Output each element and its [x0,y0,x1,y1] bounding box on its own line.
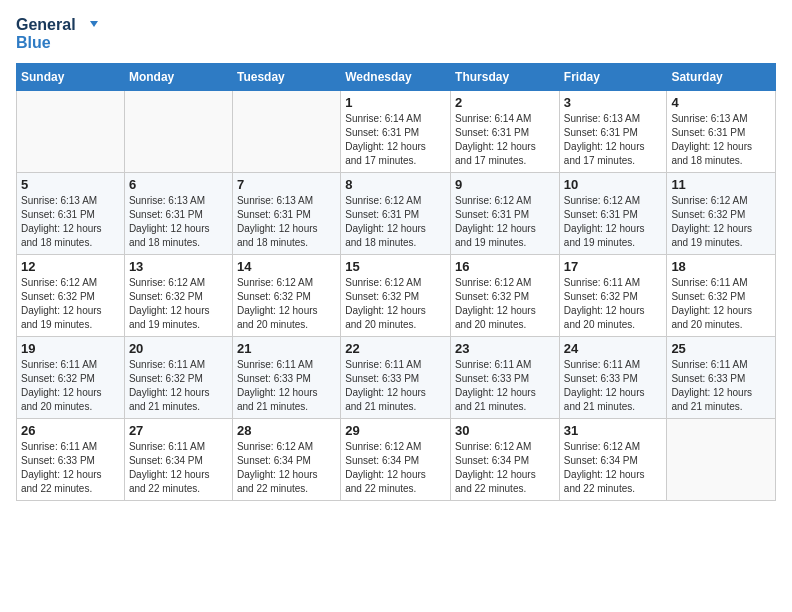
day-info: Sunrise: 6:11 AM Sunset: 6:34 PM Dayligh… [129,440,228,496]
day-number: 16 [455,259,555,274]
day-info: Sunrise: 6:11 AM Sunset: 6:33 PM Dayligh… [564,358,663,414]
day-number: 6 [129,177,228,192]
day-number: 19 [21,341,120,356]
day-info: Sunrise: 6:11 AM Sunset: 6:33 PM Dayligh… [237,358,336,414]
calendar-cell [17,91,125,173]
day-info: Sunrise: 6:11 AM Sunset: 6:32 PM Dayligh… [671,276,771,332]
page-header: General Blue [16,16,776,51]
logo-line1: General [16,16,98,34]
day-info: Sunrise: 6:13 AM Sunset: 6:31 PM Dayligh… [237,194,336,250]
day-number: 20 [129,341,228,356]
calendar-cell: 26Sunrise: 6:11 AM Sunset: 6:33 PM Dayli… [17,419,125,501]
calendar-cell: 15Sunrise: 6:12 AM Sunset: 6:32 PM Dayli… [341,255,451,337]
day-info: Sunrise: 6:13 AM Sunset: 6:31 PM Dayligh… [21,194,120,250]
calendar-cell: 25Sunrise: 6:11 AM Sunset: 6:33 PM Dayli… [667,337,776,419]
day-number: 13 [129,259,228,274]
calendar-cell: 20Sunrise: 6:11 AM Sunset: 6:32 PM Dayli… [124,337,232,419]
calendar-cell: 23Sunrise: 6:11 AM Sunset: 6:33 PM Dayli… [451,337,560,419]
day-info: Sunrise: 6:12 AM Sunset: 6:31 PM Dayligh… [345,194,446,250]
day-number: 17 [564,259,663,274]
day-number: 10 [564,177,663,192]
calendar-cell: 27Sunrise: 6:11 AM Sunset: 6:34 PM Dayli… [124,419,232,501]
day-info: Sunrise: 6:11 AM Sunset: 6:33 PM Dayligh… [455,358,555,414]
day-header-thursday: Thursday [451,64,560,91]
day-number: 25 [671,341,771,356]
day-info: Sunrise: 6:11 AM Sunset: 6:33 PM Dayligh… [345,358,446,414]
day-number: 5 [21,177,120,192]
calendar-cell: 12Sunrise: 6:12 AM Sunset: 6:32 PM Dayli… [17,255,125,337]
day-number: 3 [564,95,663,110]
day-header-friday: Friday [559,64,667,91]
calendar-table: SundayMondayTuesdayWednesdayThursdayFrid… [16,63,776,501]
calendar-cell: 3Sunrise: 6:13 AM Sunset: 6:31 PM Daylig… [559,91,667,173]
day-header-sunday: Sunday [17,64,125,91]
calendar-cell: 13Sunrise: 6:12 AM Sunset: 6:32 PM Dayli… [124,255,232,337]
calendar-cell: 29Sunrise: 6:12 AM Sunset: 6:34 PM Dayli… [341,419,451,501]
day-info: Sunrise: 6:11 AM Sunset: 6:32 PM Dayligh… [21,358,120,414]
day-info: Sunrise: 6:12 AM Sunset: 6:32 PM Dayligh… [21,276,120,332]
calendar-cell: 21Sunrise: 6:11 AM Sunset: 6:33 PM Dayli… [232,337,340,419]
calendar-cell: 2Sunrise: 6:14 AM Sunset: 6:31 PM Daylig… [451,91,560,173]
calendar-cell: 5Sunrise: 6:13 AM Sunset: 6:31 PM Daylig… [17,173,125,255]
logo-line2: Blue [16,34,98,52]
week-row-2: 5Sunrise: 6:13 AM Sunset: 6:31 PM Daylig… [17,173,776,255]
day-number: 23 [455,341,555,356]
day-info: Sunrise: 6:11 AM Sunset: 6:32 PM Dayligh… [129,358,228,414]
calendar-cell: 14Sunrise: 6:12 AM Sunset: 6:32 PM Dayli… [232,255,340,337]
day-number: 30 [455,423,555,438]
day-header-monday: Monday [124,64,232,91]
day-info: Sunrise: 6:13 AM Sunset: 6:31 PM Dayligh… [129,194,228,250]
day-info: Sunrise: 6:12 AM Sunset: 6:32 PM Dayligh… [455,276,555,332]
day-info: Sunrise: 6:14 AM Sunset: 6:31 PM Dayligh… [455,112,555,168]
calendar-cell: 30Sunrise: 6:12 AM Sunset: 6:34 PM Dayli… [451,419,560,501]
calendar-cell [232,91,340,173]
day-number: 29 [345,423,446,438]
day-number: 31 [564,423,663,438]
day-info: Sunrise: 6:12 AM Sunset: 6:34 PM Dayligh… [237,440,336,496]
day-number: 27 [129,423,228,438]
day-info: Sunrise: 6:12 AM Sunset: 6:32 PM Dayligh… [129,276,228,332]
calendar-cell: 9Sunrise: 6:12 AM Sunset: 6:31 PM Daylig… [451,173,560,255]
day-number: 26 [21,423,120,438]
day-number: 28 [237,423,336,438]
day-info: Sunrise: 6:12 AM Sunset: 6:34 PM Dayligh… [455,440,555,496]
calendar-cell: 19Sunrise: 6:11 AM Sunset: 6:32 PM Dayli… [17,337,125,419]
day-number: 14 [237,259,336,274]
week-row-4: 19Sunrise: 6:11 AM Sunset: 6:32 PM Dayli… [17,337,776,419]
calendar-cell: 4Sunrise: 6:13 AM Sunset: 6:31 PM Daylig… [667,91,776,173]
days-header-row: SundayMondayTuesdayWednesdayThursdayFrid… [17,64,776,91]
calendar-cell [667,419,776,501]
calendar-cell: 11Sunrise: 6:12 AM Sunset: 6:32 PM Dayli… [667,173,776,255]
day-info: Sunrise: 6:13 AM Sunset: 6:31 PM Dayligh… [564,112,663,168]
day-info: Sunrise: 6:12 AM Sunset: 6:34 PM Dayligh… [564,440,663,496]
day-number: 18 [671,259,771,274]
logo-bird-icon [80,19,98,33]
day-info: Sunrise: 6:12 AM Sunset: 6:32 PM Dayligh… [671,194,771,250]
day-info: Sunrise: 6:14 AM Sunset: 6:31 PM Dayligh… [345,112,446,168]
week-row-1: 1Sunrise: 6:14 AM Sunset: 6:31 PM Daylig… [17,91,776,173]
day-number: 24 [564,341,663,356]
day-info: Sunrise: 6:12 AM Sunset: 6:32 PM Dayligh… [237,276,336,332]
day-info: Sunrise: 6:11 AM Sunset: 6:32 PM Dayligh… [564,276,663,332]
day-number: 7 [237,177,336,192]
calendar-cell: 8Sunrise: 6:12 AM Sunset: 6:31 PM Daylig… [341,173,451,255]
day-info: Sunrise: 6:11 AM Sunset: 6:33 PM Dayligh… [671,358,771,414]
day-info: Sunrise: 6:11 AM Sunset: 6:33 PM Dayligh… [21,440,120,496]
day-number: 4 [671,95,771,110]
day-number: 8 [345,177,446,192]
day-number: 9 [455,177,555,192]
day-header-saturday: Saturday [667,64,776,91]
day-info: Sunrise: 6:12 AM Sunset: 6:31 PM Dayligh… [455,194,555,250]
calendar-cell: 28Sunrise: 6:12 AM Sunset: 6:34 PM Dayli… [232,419,340,501]
calendar-cell: 6Sunrise: 6:13 AM Sunset: 6:31 PM Daylig… [124,173,232,255]
calendar-cell: 31Sunrise: 6:12 AM Sunset: 6:34 PM Dayli… [559,419,667,501]
calendar-cell: 10Sunrise: 6:12 AM Sunset: 6:31 PM Dayli… [559,173,667,255]
week-row-3: 12Sunrise: 6:12 AM Sunset: 6:32 PM Dayli… [17,255,776,337]
day-number: 21 [237,341,336,356]
calendar-cell: 1Sunrise: 6:14 AM Sunset: 6:31 PM Daylig… [341,91,451,173]
day-header-tuesday: Tuesday [232,64,340,91]
logo: General Blue [16,16,98,51]
calendar-cell: 16Sunrise: 6:12 AM Sunset: 6:32 PM Dayli… [451,255,560,337]
day-number: 12 [21,259,120,274]
day-header-wednesday: Wednesday [341,64,451,91]
